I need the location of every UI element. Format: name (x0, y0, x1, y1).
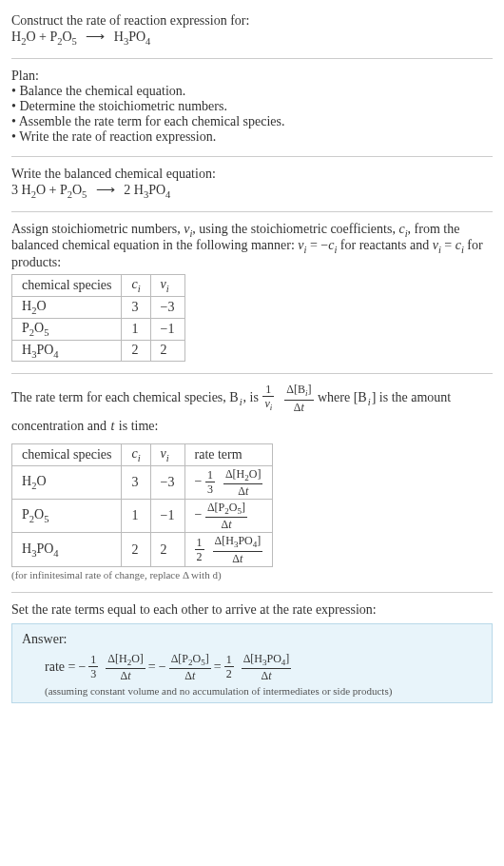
divider (11, 592, 493, 593)
answer-label: Answer: (22, 632, 482, 647)
divider (11, 211, 493, 212)
table-header-row: chemical species ci νi rate term (12, 443, 273, 465)
table-row: P2O5 1 −1 − Δ[P2O5]Δt (12, 499, 273, 532)
prompt-title: Construct the rate of reaction expressio… (11, 13, 493, 29)
rateterm-table: chemical species ci νi rate term H2O 3 −… (11, 443, 273, 567)
infinitesimal-note: (for infinitesimal rate of change, repla… (11, 569, 493, 581)
reaction-arrow-icon: ⟶ (90, 183, 121, 197)
divider (11, 156, 493, 157)
plan-section: Plan: • Balance the chemical equation. •… (11, 63, 493, 152)
answer-note: (assuming constant volume and no accumul… (22, 685, 482, 697)
table-row: P2O5 1 −1 (12, 318, 185, 340)
plan-item: • Balance the chemical equation. (11, 84, 493, 99)
rateterm-text: The rate term for each chemical species,… (11, 384, 493, 439)
col-ci: ci (122, 275, 150, 297)
plan-heading: Plan: (11, 69, 493, 84)
stoich-text: Assign stoichiometric numbers, νi, using… (11, 222, 493, 271)
final-heading: Set the rate terms equal to each other t… (11, 602, 493, 618)
final-section: Set the rate terms equal to each other t… (11, 597, 493, 711)
answer-box: Answer: rate = − 13 Δ[H2O]Δt = − Δ[P2O5]… (11, 623, 493, 703)
table-header-row: chemical species ci νi (12, 275, 185, 297)
plan-item: • Assemble the rate term for each chemic… (11, 114, 493, 129)
balanced-equation: 3 H2O + P2O5 ⟶ 2 H3PO4 (11, 182, 493, 200)
table-row: H3PO4 2 2 (12, 340, 185, 362)
stoich-table: chemical species ci νi H2O 3 −3 P2O5 1 −… (11, 274, 185, 362)
table-row: H2O 3 −3 (12, 296, 185, 318)
fraction: Δ[Bi]Δt (284, 384, 313, 412)
col-species: chemical species (12, 275, 122, 297)
divider (11, 58, 493, 59)
plan-item: • Write the rate of reaction expression. (11, 129, 493, 145)
answer-expression: rate = − 13 Δ[H2O]Δt = − Δ[P2O5]Δt = 12 … (22, 653, 482, 681)
table-row: H3PO4 2 2 12 Δ[H3PO4]Δt (12, 533, 273, 566)
stoich-section: Assign stoichiometric numbers, νi, using… (11, 216, 493, 370)
balanced-heading: Write the balanced chemical equation: (11, 167, 493, 182)
divider (11, 373, 493, 374)
plan-item: • Determine the stoichiometric numbers. (11, 99, 493, 114)
table-row: H2O 3 −3 − 13 Δ[H2O]Δt (12, 465, 273, 499)
prompt-section: Construct the rate of reaction expressio… (11, 8, 493, 54)
reaction-arrow-icon: ⟶ (80, 30, 110, 44)
rateterm-section: The rate term for each chemical species,… (11, 378, 493, 587)
prompt-equation: H2O + P2O5 ⟶ H3PO4 (11, 29, 493, 47)
fraction: 1νi (262, 384, 274, 412)
col-nui: νi (150, 275, 184, 297)
balanced-section: Write the balanced chemical equation: 3 … (11, 161, 493, 207)
